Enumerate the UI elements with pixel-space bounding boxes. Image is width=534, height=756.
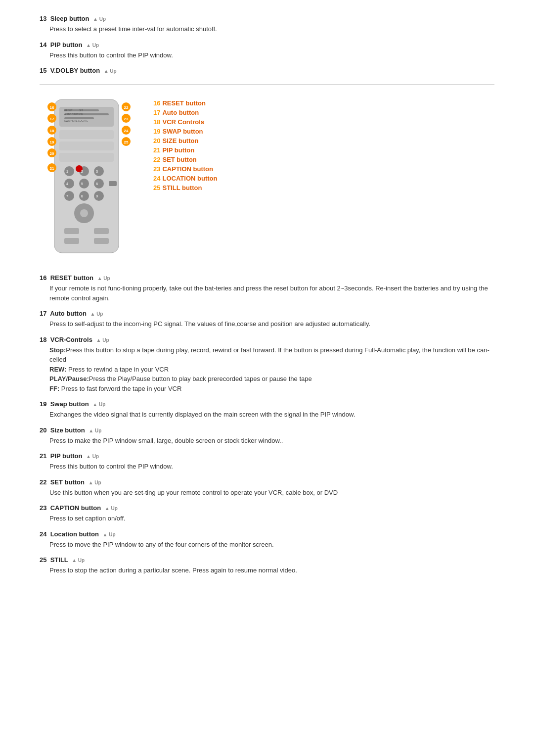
up-icon-14 <box>86 43 99 48</box>
svg-text:19: 19 <box>50 140 54 144</box>
section-24: 24 Location button Press to move the PIP… <box>40 530 494 550</box>
divider <box>40 84 494 85</box>
section-15: 15 V.DOLBY button <box>40 67 494 74</box>
svg-point-19 <box>80 209 88 217</box>
section-25-title: 25 STILL <box>40 556 494 564</box>
section-17-title: 17 Auto button <box>40 310 494 317</box>
svg-text:23: 23 <box>124 117 129 121</box>
up-icon-24 <box>103 532 116 537</box>
section-18-body: Stop:Press this button to stop a tape du… <box>49 345 494 394</box>
diagram-label-24: 24LOCATION button <box>153 175 217 182</box>
rew-label: REW: <box>49 366 66 373</box>
svg-rect-21 <box>94 228 109 234</box>
svg-text:1: 1 <box>66 169 69 174</box>
section-13: 13 Sleep button Press to select a preset… <box>40 15 494 34</box>
play-label: PLAY/Pause: <box>49 375 89 382</box>
bottom-sections: 16 RESET button If your remote is not fu… <box>40 274 494 575</box>
svg-text:2: 2 <box>81 169 84 174</box>
svg-text:SWAP SITE LOCATE: SWAP SITE LOCATE <box>64 119 89 122</box>
diagram-label-22: 22SET button <box>153 156 217 163</box>
section-16: 16 RESET button If your remote is not fu… <box>40 274 494 303</box>
svg-text:7: 7 <box>66 194 69 198</box>
up-icon-19 <box>92 402 105 407</box>
svg-rect-22 <box>64 238 79 244</box>
up-icon-18 <box>96 337 109 343</box>
section-24-title: 24 Location button <box>40 530 494 538</box>
section-17-body: Press to self-adjust to the incom-ing PC… <box>49 319 494 329</box>
section-22-body: Use this button when you are set-ting up… <box>49 488 494 498</box>
diagram-label-23: 23CAPTION button <box>153 165 217 173</box>
up-icon-16 <box>97 276 110 281</box>
up-icon-17 <box>90 311 103 317</box>
section-19-title: 19 Swap button <box>40 400 494 408</box>
section-22: 22 SET button Use this button when you a… <box>40 478 494 498</box>
svg-text:5: 5 <box>81 182 84 186</box>
section-23-body: Press to set caption on/off. <box>49 514 494 523</box>
diagram-section: RESET SIT AUTO CAPTION SWAP SITE LOCATE … <box>40 94 494 264</box>
section-16-title: 16 RESET button <box>40 274 494 282</box>
section-18-title: 18 VCR-Controls <box>40 336 494 343</box>
section-14: 14 PIP button Press this button to contr… <box>40 41 494 60</box>
section-22-title: 22 SET button <box>40 478 494 486</box>
up-icon-13 <box>93 16 106 22</box>
diagram-label-16: 16RESET button <box>153 99 217 107</box>
svg-text:22: 22 <box>124 105 129 110</box>
section-20-body: Press to make the PIP window small, larg… <box>49 436 494 446</box>
svg-text:SIT: SIT <box>79 109 83 112</box>
svg-text:24: 24 <box>124 129 129 133</box>
diagram-label-25: 25STILL button <box>153 184 217 191</box>
section-14-body: Press this button to control the PIP win… <box>49 50 494 60</box>
section-19: 19 Swap button Exchanges the video signa… <box>40 400 494 420</box>
up-icon-22 <box>89 480 101 485</box>
section-15-title: 15 V.DOLBY button <box>40 67 494 74</box>
top-sections: 13 Sleep button Press to select a preset… <box>40 15 494 74</box>
svg-text:0: 0 <box>96 194 98 198</box>
svg-text:8: 8 <box>81 194 84 198</box>
svg-text:AUTO CAPTION: AUTO CAPTION <box>64 113 83 116</box>
diagram-label-19: 19SWAP button <box>153 128 217 135</box>
svg-rect-23 <box>94 238 109 244</box>
up-icon-15 <box>104 68 117 74</box>
section-19-body: Exchanges the video signal that is curre… <box>49 410 494 420</box>
section-18: 18 VCR-Controls Stop:Press this button t… <box>40 336 494 394</box>
diagram-label-20: 20SIZE button <box>153 137 217 144</box>
svg-text:25: 25 <box>124 140 129 144</box>
svg-rect-6 <box>59 142 114 150</box>
svg-text:18: 18 <box>50 129 54 133</box>
section-17: 17 Auto button Press to self-adjust to t… <box>40 310 494 329</box>
diagram-label-18: 18VCR Controls <box>153 118 217 126</box>
section-25-body: Press to stop the action during a partic… <box>49 566 494 575</box>
svg-text:RESET: RESET <box>64 109 73 112</box>
section-21-title: 21 PIP button <box>40 452 494 460</box>
section-14-title: 14 PIP button <box>40 41 494 48</box>
remote-svg: RESET SIT AUTO CAPTION SWAP SITE LOCATE … <box>40 94 138 263</box>
svg-text:16: 16 <box>50 105 54 110</box>
section-20: 20 Size button Press to make the PIP win… <box>40 426 494 446</box>
diagram-label-21: 21PIP button <box>153 146 217 154</box>
section-25: 25 STILL Press to stop the action during… <box>40 556 494 575</box>
section-24-body: Press to move the PIP window to any of t… <box>49 540 494 550</box>
section-23-title: 23 CAPTION button <box>40 504 494 512</box>
svg-rect-20 <box>64 228 79 234</box>
diagram-labels: 16RESET button 17Auto button 18VCR Contr… <box>153 94 217 191</box>
up-icon-23 <box>105 506 118 511</box>
section-21-body: Press this button to control the PIP win… <box>49 462 494 472</box>
svg-text:20: 20 <box>50 151 54 156</box>
svg-rect-7 <box>59 153 114 162</box>
stop-label: Stop: <box>49 346 66 354</box>
section-21: 21 PIP button Press this button to contr… <box>40 452 494 472</box>
ff-label: FF: <box>49 385 59 392</box>
svg-rect-37 <box>109 181 117 186</box>
up-icon-25 <box>72 558 85 563</box>
svg-text:21: 21 <box>50 166 54 171</box>
up-icon-20 <box>89 428 101 433</box>
section-13-title: 13 Sleep button <box>40 15 494 22</box>
svg-text:4: 4 <box>66 182 69 186</box>
remote-image: RESET SIT AUTO CAPTION SWAP SITE LOCATE … <box>40 94 138 264</box>
svg-text:6: 6 <box>96 182 98 186</box>
svg-text:3: 3 <box>96 169 98 174</box>
section-23: 23 CAPTION button Press to set caption o… <box>40 504 494 523</box>
svg-text:17: 17 <box>50 117 54 121</box>
diagram-label-17: 17Auto button <box>153 109 217 116</box>
svg-rect-5 <box>59 130 114 139</box>
